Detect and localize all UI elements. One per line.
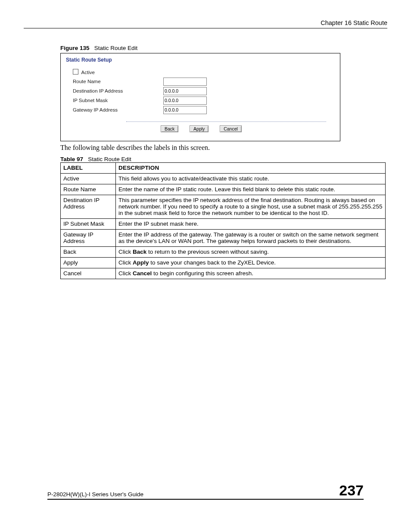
cell-label: Active [61, 174, 116, 184]
cell-description: Enter the IP address of the gateway. The… [116, 230, 386, 247]
dest-ip-row: Destination IP Address [73, 86, 335, 96]
screenshot-frame: Static Route Setup Active Route Name Des… [60, 53, 340, 141]
separator [126, 121, 326, 122]
subnet-input[interactable] [163, 96, 207, 105]
table-caption: Table 97 Static Route Edit [60, 156, 387, 162]
figure-label: Figure 135 [60, 45, 90, 51]
route-name-row: Route Name [73, 77, 335, 86]
table-row: ApplyClick Apply to save your changes ba… [61, 258, 386, 268]
intro-text: The following table describes the labels… [60, 144, 387, 152]
table-row: Gateway IP AddressEnter the IP address o… [61, 230, 386, 247]
cell-description: Enter the name of the IP static route. L… [116, 184, 386, 195]
table-row: Route NameEnter the name of the IP stati… [61, 184, 386, 195]
route-name-input[interactable] [163, 78, 207, 86]
button-row: Back Apply Cancel [62, 125, 339, 132]
page-header: Chapter 16 Static Route [24, 19, 387, 28]
cell-label: Cancel [61, 268, 116, 279]
description-table: LABEL DESCRIPTION ActiveThis field allow… [60, 162, 386, 279]
gateway-label: Gateway IP Address [73, 107, 163, 112]
cell-label: Back [61, 247, 116, 258]
table-label: Table 97 [60, 156, 83, 162]
table-title: Static Route Edit [88, 156, 131, 162]
cell-label: Destination IP Address [61, 195, 116, 219]
table-row: IP Subnet MaskEnter the IP subnet mask h… [61, 219, 386, 230]
cell-description: This parameter specifies the IP network … [116, 195, 386, 219]
gateway-row: Gateway IP Address [73, 105, 335, 115]
th-label: LABEL [61, 163, 116, 174]
subnet-row: IP Subnet Mask [73, 96, 335, 105]
figure-caption: Figure 135 Static Route Edit [60, 45, 387, 51]
apply-button[interactable]: Apply [190, 125, 209, 132]
chapter-title: Chapter 16 Static Route [321, 19, 387, 26]
page-footer: P-2802H(W)(L)-I Series User's Guide 237 [47, 483, 364, 500]
cell-label: Gateway IP Address [61, 230, 116, 247]
form-area: Active Route Name Destination IP Address… [62, 67, 339, 117]
active-checkbox[interactable] [73, 69, 78, 75]
cell-label: Apply [61, 258, 116, 268]
figure-title: Static Route Edit [94, 45, 138, 51]
table-head-row: LABEL DESCRIPTION [61, 163, 386, 174]
table-row: CancelClick Cancel to begin configuring … [61, 268, 386, 279]
cell-description: Click Apply to save your changes back to… [116, 258, 386, 268]
active-label: Active [81, 70, 95, 75]
cell-description: Click Back to return to the previous scr… [116, 247, 386, 258]
route-name-label: Route Name [73, 79, 163, 84]
dest-ip-input[interactable] [163, 87, 207, 95]
active-row: Active [73, 67, 335, 77]
table-row: Destination IP AddressThis parameter spe… [61, 195, 386, 219]
footer-page-number: 237 [339, 483, 364, 498]
back-button[interactable]: Back [161, 125, 178, 132]
table-row: BackClick Back to return to the previous… [61, 247, 386, 258]
static-route-panel: Static Route Setup Active Route Name Des… [62, 54, 339, 138]
cell-label: Route Name [61, 184, 116, 195]
panel-title: Static Route Setup [62, 54, 339, 67]
subnet-label: IP Subnet Mask [73, 98, 163, 103]
table-row: ActiveThis field allows you to activate/… [61, 174, 386, 184]
cancel-button[interactable]: Cancel [220, 125, 242, 132]
footer-guide: P-2802H(W)(L)-I Series User's Guide [47, 491, 143, 498]
cell-description: Enter the IP subnet mask here. [116, 219, 386, 230]
cell-description: This field allows you to activate/deacti… [116, 174, 386, 184]
th-description: DESCRIPTION [116, 163, 386, 174]
cell-description: Click Cancel to begin configuring this s… [116, 268, 386, 279]
cell-label: IP Subnet Mask [61, 219, 116, 230]
dest-ip-label: Destination IP Address [73, 88, 163, 93]
gateway-input[interactable] [163, 106, 207, 114]
